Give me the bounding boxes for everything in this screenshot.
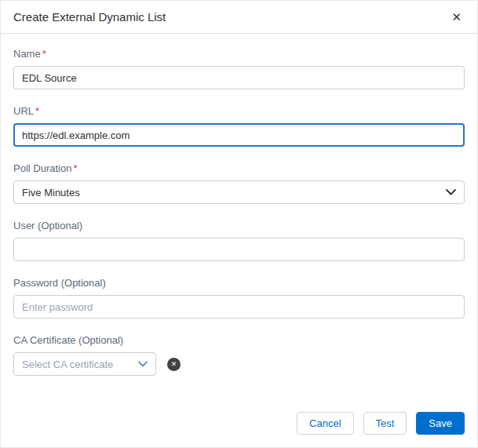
poll-duration-field-group: Poll Duration* Five Minutes <box>13 162 465 204</box>
user-label: User (Optional) <box>13 220 465 231</box>
clear-ca-certificate-icon[interactable]: ✕ <box>167 358 181 371</box>
ca-certificate-label: CA Certificate (Optional) <box>13 334 465 346</box>
url-input[interactable] <box>13 123 465 147</box>
name-field-group: Name* <box>13 48 465 89</box>
create-edl-dialog: Create External Dynamic List ✕ Name* URL… <box>0 0 478 448</box>
dialog-body: Name* URL* Poll Duration* Five Minutes U… <box>1 34 477 412</box>
dialog-title: Create External Dynamic List <box>13 10 166 24</box>
poll-duration-value: Five Minutes <box>22 187 80 199</box>
dialog-footer: Cancel Test Save <box>1 412 477 447</box>
url-label: URL* <box>13 105 465 117</box>
ca-certificate-placeholder: Select CA certificate <box>22 359 113 370</box>
password-field-group: Password (Optional) <box>13 277 465 319</box>
test-button[interactable]: Test <box>363 412 407 435</box>
password-label: Password (Optional) <box>13 277 465 289</box>
poll-duration-label: Poll Duration* <box>13 162 465 174</box>
password-input[interactable] <box>13 295 465 319</box>
chevron-down-icon <box>138 361 148 367</box>
name-label: Name* <box>13 48 465 60</box>
cancel-button[interactable]: Cancel <box>297 412 353 435</box>
poll-duration-select[interactable]: Five Minutes <box>13 180 465 204</box>
url-field-group: URL* <box>13 105 465 147</box>
name-input[interactable] <box>13 66 465 89</box>
user-field-group: User (Optional) <box>13 220 465 261</box>
ca-certificate-row: Select CA certificate ✕ <box>13 352 465 376</box>
dialog-header: Create External Dynamic List ✕ <box>1 1 477 34</box>
save-button[interactable]: Save <box>416 412 465 435</box>
required-asterisk: * <box>73 162 77 174</box>
ca-certificate-field-group: CA Certificate (Optional) Select CA cert… <box>13 334 465 376</box>
user-input[interactable] <box>13 238 465 261</box>
chevron-down-icon <box>446 189 456 195</box>
close-icon[interactable]: ✕ <box>448 8 465 26</box>
ca-certificate-select[interactable]: Select CA certificate <box>13 352 156 376</box>
required-asterisk: * <box>35 105 39 117</box>
required-asterisk: * <box>42 48 46 60</box>
